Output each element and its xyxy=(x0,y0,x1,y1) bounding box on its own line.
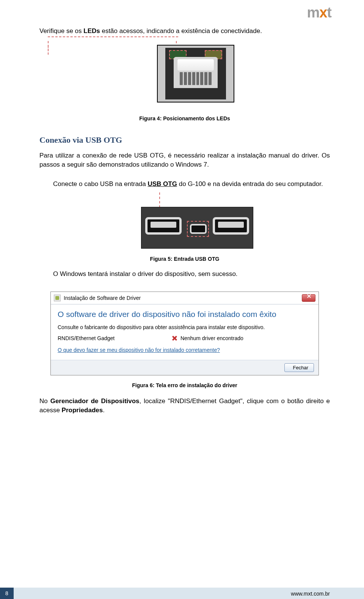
driver-dialog: Instalação de Software de Driver O softw… xyxy=(50,292,319,375)
dialog-heading: O software de driver do dispositivo não … xyxy=(58,310,312,319)
logo: mxt xyxy=(307,5,331,21)
usb-otg-icon xyxy=(190,224,207,234)
heading-usb-otg: Conexão via USB OTG xyxy=(39,135,330,145)
rj45-port-icon xyxy=(165,48,226,99)
intro-bold: LEDs xyxy=(83,27,100,35)
para4-b: Gerenciador de Dispositivos xyxy=(50,397,140,405)
dialog-titlebar: Instalação de Software de Driver xyxy=(51,292,318,304)
usb-a-right-icon xyxy=(213,217,249,235)
para4-e: . xyxy=(103,407,105,414)
usb-a-left-icon xyxy=(145,217,182,235)
figure5-image xyxy=(141,207,253,249)
page-number: 8 xyxy=(0,588,14,599)
figure5-wrap xyxy=(39,191,330,254)
intro-after: estão acessos, indicando a existência de… xyxy=(100,27,262,35)
dialog-subtext: Consulte o fabricante do dispositivo par… xyxy=(58,324,312,330)
para-usb-desc: Para utilizar a conexão de rede USB OTG,… xyxy=(39,151,330,169)
para-windows: O Windows tentará instalar o driver do d… xyxy=(53,270,330,279)
para-connect-b: USB OTG xyxy=(148,180,177,188)
figure5-caption: Figura 5: Entrada USB OTG xyxy=(39,256,330,262)
dialog-close-button[interactable] xyxy=(302,294,315,302)
callout-line-3 xyxy=(159,192,196,208)
logo-x: x xyxy=(319,5,327,20)
dialog-title-text: Instalação de Software de Driver xyxy=(64,295,302,301)
para-device-manager: No Gerenciador de Dispositivos, localize… xyxy=(39,397,330,415)
para-connect-c: do G-100 e na devida entrada do seu comp… xyxy=(177,180,323,188)
figure4-caption: Figura 4: Posicionamento dos LEDs xyxy=(39,115,330,121)
dialog-button-row: Fechar xyxy=(51,360,318,375)
figure6-caption: Figura 6: Tela erro de instalação do dri… xyxy=(39,382,330,388)
intro-before: Verifique se os xyxy=(39,27,83,35)
logo-t: t xyxy=(327,5,331,20)
footer-url: www.mxt.com.br xyxy=(291,591,330,597)
figure4-image xyxy=(157,45,234,102)
rj45-plate-icon xyxy=(174,57,218,88)
para-connect: Conecte o cabo USB na entrada USB OTG do… xyxy=(53,180,330,189)
dialog-close-action-button[interactable]: Fechar xyxy=(284,363,314,372)
page-footer: 8 www.mxt.com.br xyxy=(0,588,364,599)
para4-d: Propriedades xyxy=(62,407,103,414)
device-status: Nenhum driver encontrado xyxy=(180,335,243,341)
device-name: RNDIS/Ethernet Gadget xyxy=(58,335,171,341)
figure4-wrap xyxy=(39,37,330,113)
para4-a: No xyxy=(39,397,50,405)
para-connect-a: Conecte o cabo USB na entrada xyxy=(53,180,148,188)
error-x-icon xyxy=(171,335,178,342)
dialog-help-link[interactable]: O que devo fazer se meu dispositivo não … xyxy=(58,347,220,353)
dialog-body: O software de driver do dispositivo não … xyxy=(51,304,318,360)
dialog-title-icon xyxy=(54,295,61,301)
intro-paragraph: Verifique se os LEDs estão acessos, indi… xyxy=(39,27,330,36)
dialog-device-row: RNDIS/Ethernet Gadget Nenhum driver enco… xyxy=(58,335,312,342)
logo-m: m xyxy=(307,5,319,20)
